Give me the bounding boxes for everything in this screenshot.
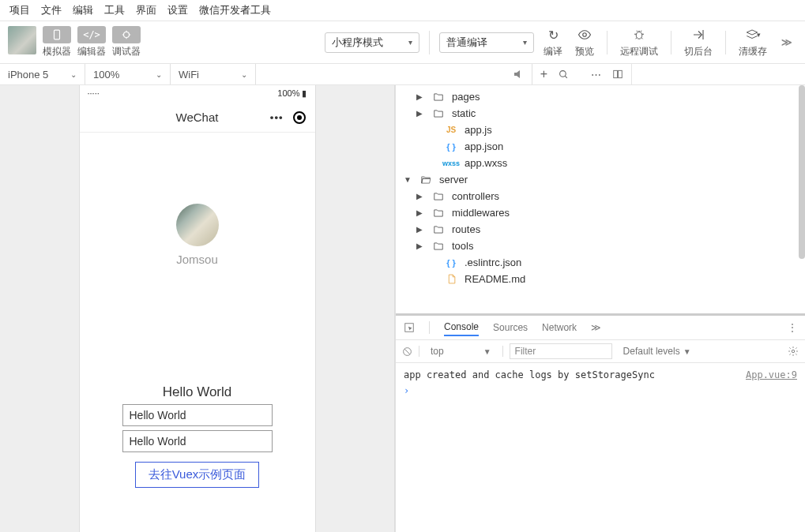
project-avatar[interactable] (8, 26, 36, 54)
tree-item[interactable]: controllers (396, 188, 805, 204)
folder-icon (429, 224, 448, 235)
remote-debug-icon (632, 26, 646, 43)
tree-item[interactable]: { }.eslintrc.json (396, 254, 805, 271)
simulator-extra[interactable] (256, 64, 532, 84)
settings-icon[interactable] (788, 346, 799, 357)
add-file-icon[interactable]: + (540, 67, 547, 81)
sound-icon (513, 69, 524, 80)
compile-button[interactable]: ↻ 编译 (540, 26, 566, 58)
tree-item[interactable]: pages (396, 88, 805, 105)
console-prompt[interactable]: › (404, 382, 797, 396)
menu-dots-icon[interactable]: ••• (270, 111, 284, 123)
folder-icon (429, 191, 448, 202)
close-target-icon[interactable] (293, 111, 306, 124)
folder-open-icon (416, 174, 435, 185)
device-dropdown[interactable]: iPhone 5⌄ (0, 64, 85, 84)
main-area: ····· 100% ▮ WeChat ••• Jomsou Hello Wor… (0, 85, 805, 532)
compile-dropdown[interactable]: 普通编译▾ (439, 32, 534, 53)
menu-interface[interactable]: 界面 (136, 3, 156, 17)
user-avatar (176, 204, 219, 246)
svg-rect-5 (614, 70, 618, 77)
tree-item-label: README.md (465, 273, 525, 285)
tree-item-label: pages (452, 91, 480, 103)
tree-item[interactable]: { }app.json (396, 138, 805, 155)
tree-item[interactable]: middlewares (396, 204, 805, 221)
eye-icon (577, 26, 592, 43)
tree-item[interactable]: README.md (396, 271, 805, 287)
menu-wechat-devtools[interactable]: 微信开发者工具 (199, 3, 271, 17)
scrollbar[interactable] (799, 85, 805, 259)
menu-settings[interactable]: 设置 (167, 3, 188, 17)
json-icon: { } (442, 258, 461, 268)
tree-item[interactable]: routes (396, 221, 805, 238)
tree-item[interactable]: static (396, 105, 805, 122)
tree-arrow-icon (416, 208, 425, 217)
more-tabs-icon[interactable]: ≫ (591, 322, 601, 333)
switch-background-icon (691, 26, 705, 43)
text-input-2[interactable]: Hello World (122, 430, 273, 452)
mode-dropdown[interactable]: 小程序模式▾ (325, 32, 419, 53)
debugger-button[interactable]: 调试器 (112, 26, 141, 58)
tree-item[interactable]: JSapp.js (396, 122, 805, 138)
svg-point-9 (792, 350, 795, 353)
tree-item-label: static (452, 107, 476, 119)
wxss-icon: wxss (442, 159, 461, 167)
editor-button[interactable]: </> 编辑器 (77, 26, 106, 58)
simulator-pane: ····· 100% ▮ WeChat ••• Jomsou Hello Wor… (0, 85, 395, 532)
split-panel-icon[interactable] (612, 69, 623, 80)
menu-file[interactable]: 文件 (41, 3, 62, 17)
devtools-menu-icon[interactable]: ⋮ (788, 322, 797, 333)
separator (607, 31, 608, 54)
more-horizontal-icon[interactable]: ⋯ (591, 69, 601, 81)
tree-item[interactable]: wxssapp.wxss (396, 155, 805, 171)
phone-header-title: WeChat (176, 111, 219, 124)
zoom-dropdown[interactable]: 100%⌄ (85, 64, 171, 84)
tree-item[interactable]: server (396, 171, 805, 188)
menu-project[interactable]: 项目 (9, 3, 30, 17)
hello-world-title: Hello World (163, 384, 232, 400)
separator (429, 31, 430, 54)
js-icon: JS (442, 126, 461, 134)
search-icon[interactable] (559, 69, 569, 80)
svg-point-1 (124, 32, 130, 38)
more-icon[interactable]: ≫ (777, 36, 797, 48)
inspect-icon[interactable] (404, 322, 415, 333)
menu-edit[interactable]: 编辑 (73, 3, 93, 17)
svg-point-3 (636, 32, 642, 39)
tree-item-label: routes (452, 223, 480, 235)
caret-down-icon: ▾ (408, 38, 412, 47)
tab-sources[interactable]: Sources (493, 320, 528, 335)
clear-console-icon[interactable] (402, 347, 412, 357)
filter-input[interactable]: Filter (510, 343, 612, 359)
bug-icon (121, 29, 132, 40)
phone-header: WeChat ••• (80, 103, 315, 133)
tree-item[interactable]: tools (396, 238, 805, 254)
svg-rect-6 (619, 70, 623, 77)
tree-arrow-icon (416, 242, 425, 250)
goto-vuex-button[interactable]: 去往Vuex示例页面 (135, 462, 260, 488)
tree-arrow-icon (404, 175, 412, 184)
remote-debug-button[interactable]: 远程调试 (617, 26, 661, 58)
levels-dropdown[interactable]: Default levels▼ (619, 344, 696, 358)
context-dropdown[interactable]: top▼ (426, 344, 496, 358)
network-dropdown[interactable]: WiFi⌄ (171, 64, 256, 84)
layers-icon: ▾ (745, 26, 761, 43)
console-source-link[interactable]: App.vue:9 (746, 369, 797, 380)
right-pane: pagesstaticJSapp.js{ }app.jsonwxssapp.wx… (395, 85, 805, 532)
clear-cache-button[interactable]: ▾ 清缓存 (735, 26, 770, 58)
console-output: app created and cache logs by setStorage… (396, 363, 805, 532)
tab-console[interactable]: Console (444, 319, 479, 336)
text-input-1[interactable]: Hello World (122, 404, 273, 426)
menu-tools[interactable]: 工具 (104, 3, 125, 17)
svg-rect-0 (55, 30, 60, 39)
svg-point-2 (583, 33, 587, 37)
preview-button[interactable]: 预览 (572, 26, 597, 58)
simulator-button[interactable]: 模拟器 (43, 26, 71, 58)
folder-icon (429, 92, 448, 103)
folder-icon (429, 241, 448, 252)
background-button[interactable]: 切后台 (681, 26, 716, 58)
tree-arrow-icon (416, 225, 425, 234)
tree-item-label: app.wxss (465, 157, 507, 169)
menu-bar: 项目 文件 编辑 工具 界面 设置 微信开发者工具 (0, 0, 805, 21)
tab-network[interactable]: Network (542, 320, 577, 335)
